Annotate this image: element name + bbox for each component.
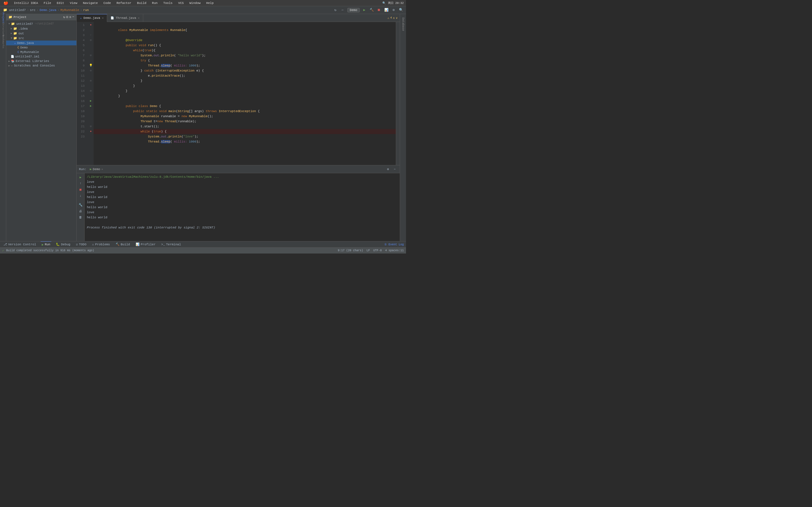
menu-file[interactable]: File bbox=[43, 1, 52, 5]
menu-tools[interactable]: Tools bbox=[162, 1, 174, 5]
tab-demo-java[interactable]: ☕ Demo.java ✕ bbox=[77, 14, 107, 22]
tree-idea[interactable]: ▶ 📁 .idea bbox=[6, 26, 77, 31]
project-close-icon[interactable]: − bbox=[72, 15, 74, 19]
datetime-display: 周日 20:32 bbox=[388, 1, 404, 5]
chevron-down-icon3[interactable]: ∨ bbox=[396, 16, 398, 20]
bottom-tab-vcs[interactable]: ⎇ Version Control bbox=[2, 241, 37, 247]
breadcrumb-src[interactable]: src bbox=[30, 8, 36, 12]
out-folder-icon: 📁 bbox=[13, 32, 17, 35]
event-log-link[interactable]: ① Event Log bbox=[384, 243, 404, 246]
menu-window[interactable]: Window bbox=[188, 1, 202, 5]
tree-myrunnable[interactable]: C MyRunnable bbox=[6, 50, 77, 54]
editor-scrollbar[interactable] bbox=[396, 22, 400, 165]
wrench-icon[interactable]: 🔧 bbox=[78, 202, 84, 208]
tab-java-icon: ☕ bbox=[80, 16, 82, 20]
scroll-up-button[interactable]: ↑ bbox=[78, 180, 84, 186]
tab-demo-close[interactable]: ✕ bbox=[102, 16, 103, 20]
tree-demo-class[interactable]: C Demo bbox=[6, 45, 77, 50]
settings-icon[interactable]: ⚙ bbox=[391, 7, 396, 13]
root-folder-icon: 📁 bbox=[11, 22, 15, 25]
spotlight-icon[interactable]: 🔍 bbox=[382, 1, 386, 5]
trash-icon[interactable]: 🗑 bbox=[78, 214, 84, 220]
bookmarks-tab[interactable]: Bookmarks bbox=[1, 39, 6, 44]
editor-content[interactable]: 1 2 3 4 5 6 7 8 9 10 11 12 13 14 15 16 1 bbox=[77, 22, 400, 165]
run-button[interactable]: ▶ bbox=[361, 7, 367, 13]
bottom-tab-problems[interactable]: ⚠ Problems bbox=[91, 241, 111, 247]
right-sidebar: Database bbox=[400, 14, 406, 241]
chevron-down-icon: ▼ bbox=[8, 22, 10, 25]
tab-thread-java[interactable]: 📄 Thread.java ✕ bbox=[107, 14, 143, 22]
collapse-all-icon[interactable]: ⊟ bbox=[66, 15, 68, 19]
gutter-17: ▶ bbox=[88, 104, 94, 109]
run-tab-close[interactable]: ✕ bbox=[101, 168, 103, 171]
tree-iml[interactable]: 📄 untitled7.iml bbox=[6, 54, 77, 59]
bottom-tab-run[interactable]: ▶ Run bbox=[41, 241, 51, 247]
tree-external-libs[interactable]: ▶ 📚 External Libraries bbox=[6, 59, 77, 63]
tree-scratches[interactable]: ▶ ✏ Scratches and Consoles bbox=[6, 63, 77, 68]
rerun-button[interactable]: ▶ bbox=[78, 174, 84, 180]
sync-files-icon[interactable]: ↻ bbox=[63, 15, 65, 19]
database-tab[interactable]: Database bbox=[401, 15, 405, 33]
problems-label: Problems bbox=[95, 243, 110, 246]
breadcrumb-project[interactable]: untitled7 bbox=[9, 8, 26, 12]
scroll-down-button[interactable]: ↓ bbox=[78, 193, 84, 199]
bottom-tab-terminal[interactable]: >_ Terminal bbox=[160, 241, 182, 247]
print-icon[interactable]: 🖨 bbox=[78, 208, 84, 214]
back-icon[interactable]: ← bbox=[340, 7, 346, 13]
tab-thread-close[interactable]: ✕ bbox=[138, 16, 140, 20]
project-settings-icon[interactable]: ⚙ bbox=[69, 15, 71, 19]
coverage-button[interactable]: 📊 bbox=[384, 7, 389, 13]
bottom-tab-profiler[interactable]: 📊 Profiler bbox=[135, 241, 157, 247]
chevron-down-icon2: ▼ bbox=[11, 37, 12, 40]
chevron-up-icon[interactable]: ∧ bbox=[393, 16, 395, 20]
tab-bar: ☕ Demo.java ✕ 📄 Thread.java ✕ ⚠ 4 ∧ ∨ bbox=[77, 14, 400, 22]
breadcrumb-class[interactable]: MyRunnable bbox=[60, 8, 79, 12]
bottom-tab-todo[interactable]: ☑ TODO bbox=[75, 241, 87, 247]
indent-info[interactable]: 4 spaces:11 bbox=[385, 249, 404, 252]
gutter-20 bbox=[88, 119, 94, 124]
menu-refactor[interactable]: Refactor bbox=[115, 1, 133, 5]
settings-gear-icon[interactable]: ⚙ bbox=[385, 166, 391, 172]
gutter-18 bbox=[88, 109, 94, 114]
menu-intellij[interactable]: IntelliJ IDEA bbox=[13, 1, 39, 5]
project-icon[interactable]: 📁 bbox=[2, 7, 8, 13]
cursor-position[interactable]: 9:17 (20 chars) bbox=[338, 249, 363, 252]
bottom-tab-debug[interactable]: 🐛 Debug bbox=[55, 241, 71, 247]
run-panel-body: ▶ ↑ ⏹ ↓ 🔧 🖨 🗑 /Library/Java/JavaVirtualM… bbox=[77, 173, 400, 241]
status-check-icon: ✓ bbox=[2, 249, 4, 252]
stop-run-button[interactable]: ⏹ bbox=[78, 187, 84, 192]
sync-icon[interactable]: ↻ bbox=[333, 7, 338, 13]
gutter-15 bbox=[88, 94, 94, 99]
breadcrumb-method[interactable]: run bbox=[83, 8, 89, 12]
structure-tab[interactable]: Structure bbox=[1, 27, 6, 32]
project-sidebar-tab[interactable]: Project bbox=[1, 15, 6, 20]
src-label: src bbox=[18, 37, 24, 40]
line-ending[interactable]: LF bbox=[366, 249, 370, 252]
stop-button[interactable]: ⏹ bbox=[376, 7, 382, 13]
tree-out[interactable]: ▶ 📁 out bbox=[6, 31, 77, 36]
run-config-selector[interactable]: Demo bbox=[347, 8, 360, 12]
menu-edit[interactable]: Edit bbox=[56, 1, 65, 5]
menu-build[interactable]: Build bbox=[136, 1, 147, 5]
bottom-tab-build[interactable]: 🔨 Build bbox=[114, 241, 131, 247]
code-area[interactable]: class MyRunnable implements Runnable{ @O… bbox=[94, 22, 396, 165]
search-icon[interactable]: 🔍 bbox=[398, 7, 404, 13]
apple-menu[interactable]: 🍎 bbox=[2, 1, 9, 5]
tree-root[interactable]: ▼ 📁 untitled7 ~/untitled7 bbox=[6, 21, 77, 26]
menu-help[interactable]: Help bbox=[205, 1, 214, 5]
build-button[interactable]: 🔨 bbox=[369, 7, 374, 13]
menu-code[interactable]: Code bbox=[102, 1, 112, 5]
output-line-4: love bbox=[87, 189, 398, 194]
menu-run[interactable]: Run bbox=[151, 1, 159, 5]
minimize-icon[interactable]: − bbox=[392, 166, 398, 172]
run-tab-demo[interactable]: ▶ Demo ✕ bbox=[89, 167, 104, 171]
gutter-11 bbox=[88, 73, 94, 78]
menu-navigate[interactable]: Navigate bbox=[82, 1, 99, 5]
menu-vcs[interactable]: VCS bbox=[177, 1, 185, 5]
menu-view[interactable]: View bbox=[69, 1, 79, 5]
breadcrumb-file[interactable]: Demo.java bbox=[40, 8, 56, 12]
tree-demo-java[interactable]: ☕ Demo.java bbox=[6, 41, 77, 45]
encoding[interactable]: UTF-8 bbox=[373, 249, 382, 252]
tree-src[interactable]: ▼ 📁 src bbox=[6, 36, 77, 41]
output-line-1: /Library/Java/JavaVirtualMachines/zulu-8… bbox=[87, 174, 398, 179]
